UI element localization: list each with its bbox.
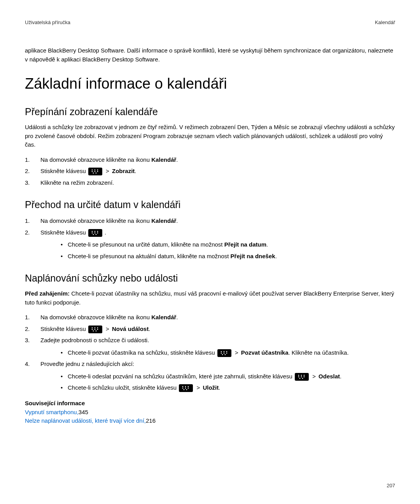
related-link-1-text[interactable]: Vypnutí smartphonu,: [25, 409, 79, 415]
section-switch-view-title: Přepínání zobrazení kalendáře: [25, 106, 395, 117]
section2-bullet1: Chcete-li se přesunout na určité datum, …: [40, 240, 395, 250]
page-header: Uživatelská příručka Kalendář: [25, 19, 395, 25]
blackberry-menu-icon: [295, 373, 309, 381]
page-title: Základní informace o kalendáři: [25, 75, 395, 92]
intro-paragraph: aplikace BlackBerry Desktop Software. Da…: [25, 46, 395, 64]
section2-bullet2: Chcete-li se přesunout na aktuální datum…: [40, 251, 395, 261]
section2-step1: Na domovské obrazovce klikněte na ikonu …: [25, 216, 395, 226]
section3-steps: Na domovské obrazovce klikněte na ikonu …: [25, 312, 395, 393]
blackberry-menu-icon: [88, 229, 102, 237]
section-schedule-para: Před zahájením: Chcete-li pozvat účastní…: [25, 289, 395, 307]
section2-step2: Stiskněte klávesu . Chcete-li se přesuno…: [25, 228, 395, 261]
section3-step3-bullet: Chcete-li pozvat účastníka na schůzku, s…: [40, 348, 395, 358]
section1-step1: Na domovské obrazovce klikněte na ikonu …: [25, 155, 395, 165]
section3-step3-bullets: Chcete-li pozvat účastníka na schůzku, s…: [40, 348, 395, 358]
blackberry-menu-icon: [217, 349, 231, 357]
related-link-1: Vypnutí smartphonu,345: [25, 408, 395, 417]
section3-step4-bullet1: Chcete-li odeslat pozvání na schůzku úča…: [40, 371, 395, 382]
blackberry-menu-icon: [179, 384, 193, 392]
section-schedule-title: Naplánování schůzky nebo události: [25, 273, 395, 284]
header-left: Uživatelská příručka: [25, 19, 70, 25]
section1-steps: Na domovské obrazovce klikněte na ikonu …: [25, 155, 395, 188]
section3-step4-bullet2: Chcete-li schůzku uložit, stiskněte kláv…: [40, 383, 395, 393]
blackberry-menu-icon: [88, 168, 102, 175]
section1-step2: Stiskněte klávesu > Zobrazit.: [25, 166, 395, 176]
section3-step2: Stiskněte klávesu > Nová událost.: [25, 324, 395, 334]
related-info-heading: Související informace: [25, 400, 395, 406]
blackberry-menu-icon: [88, 326, 102, 333]
section3-step1: Na domovské obrazovce klikněte na ikonu …: [25, 312, 395, 322]
related-link-2-text[interactable]: Nelze naplánovat události, které trvají …: [25, 417, 146, 424]
section2-steps: Na domovské obrazovce klikněte na ikonu …: [25, 216, 395, 261]
related-link-2: Nelze naplánovat události, které trvají …: [25, 416, 395, 425]
section3-step4: Proveďte jednu z následujících akcí: Chc…: [25, 359, 395, 393]
page-number: 207: [387, 483, 395, 488]
section1-step3: Klikněte na režim zobrazení.: [25, 178, 395, 188]
header-right: Kalendář: [375, 19, 395, 25]
section3-step4-bullets: Chcete-li odeslat pozvání na schůzku úča…: [40, 371, 395, 393]
section-goto-date-title: Přechod na určité datum v kalendáři: [25, 199, 395, 210]
section3-step3: Zadejte podrobnosti o schůzce či událost…: [25, 335, 395, 357]
section2-bullets: Chcete-li se přesunout na určité datum, …: [40, 240, 395, 261]
section-switch-view-para: Události a schůzky lze zobrazovat v jedn…: [25, 123, 395, 149]
